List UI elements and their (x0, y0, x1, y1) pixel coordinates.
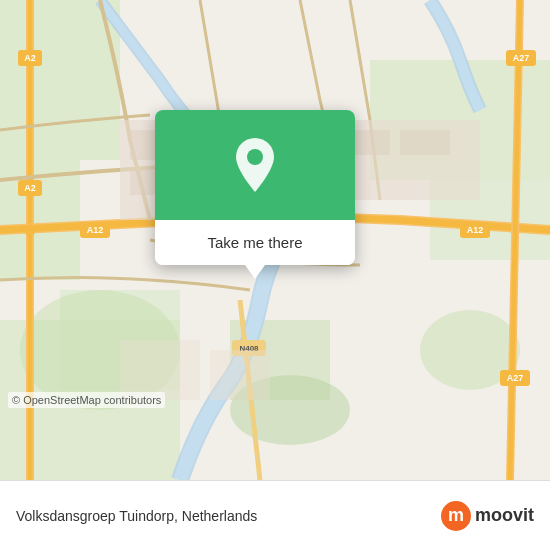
bottom-bar: Volksdansgroep Tuindorp, Netherlands m m… (0, 480, 550, 550)
svg-rect-36 (210, 350, 270, 400)
location-label: Volksdansgroep Tuindorp, Netherlands (16, 508, 441, 524)
popup-tail (245, 265, 265, 279)
svg-text:A12: A12 (87, 225, 104, 235)
moovit-text: moovit (475, 505, 534, 526)
svg-point-37 (24, 224, 36, 236)
popup-button-area: Take me there (155, 220, 355, 265)
svg-point-39 (247, 149, 263, 165)
svg-rect-1 (0, 0, 120, 160)
svg-text:A27: A27 (513, 53, 530, 63)
map-container: A12 A12 A12 A27 A27 A2 A2 N408 (0, 0, 550, 480)
svg-text:A2: A2 (24, 183, 36, 193)
location-pin-icon (231, 136, 279, 194)
svg-rect-35 (120, 340, 200, 400)
take-me-there-button[interactable]: Take me there (199, 230, 310, 255)
popup-card: Take me there (155, 110, 355, 265)
svg-text:A2: A2 (24, 53, 36, 63)
svg-text:A12: A12 (467, 225, 484, 235)
moovit-logo: m moovit (441, 501, 534, 531)
copyright-text: © OpenStreetMap contributors (8, 392, 165, 408)
svg-rect-34 (400, 130, 450, 155)
moovit-icon: m (441, 501, 471, 531)
popup-green-header (155, 110, 355, 220)
svg-text:A27: A27 (507, 373, 524, 383)
